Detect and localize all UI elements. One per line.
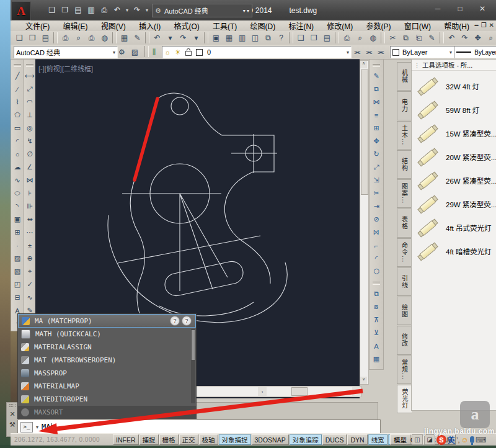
preview-icon-2[interactable]: ⌕ [353,32,366,45]
palette-item-59w-8ft-lamp[interactable]: 59W 8ft 灯 [412,98,496,122]
send-to-back-icon[interactable]: ⧇ [371,300,382,313]
horizontal-scroll-thumb[interactable] [291,387,308,396]
drag-handle-icon[interactable] [9,404,16,407]
chevron-down-icon[interactable]: ▾ [450,50,452,55]
palette-item-20w-compact[interactable]: 20W 紧凑型荧... [412,145,496,169]
toggle-3dosnap[interactable]: 3DOSNAP [252,434,289,445]
palette-item-32w-4ft-lamp[interactable]: 32W 4ft 灯 [412,74,496,98]
palette-grip-icon[interactable]: ⋮ [414,62,420,68]
paste-icon[interactable]: ⎗ [412,32,425,45]
hatch-to-back-icon[interactable]: ▦ [371,352,382,365]
suggestion-maxsort[interactable]: MAXSORT ? ? ✚ [18,406,196,419]
palette-item-4ft-pendant[interactable]: 4ft 吊式荧光灯 [412,216,496,240]
toggle-ortho[interactable]: 正交 [179,434,198,445]
jogged-dimension-icon[interactable]: ↯ [24,135,35,148]
rotate-icon[interactable]: ↻ [371,148,382,161]
qat-undo-icon[interactable]: ↶ [112,4,123,16]
redo-dropdown[interactable]: ▾ [190,32,203,45]
suggestion-mateditoropen[interactable]: MATEDITOROPEN ? ? ✚ [18,393,196,406]
continue-dimension-icon[interactable]: ⊪ [24,200,35,213]
save-icon-2[interactable]: ▤ [321,32,334,45]
palette-item-26w-compact[interactable]: 26W 紧凑型荧... [412,169,496,192]
model-space-button[interactable]: 模型 [390,434,410,445]
menu-draw[interactable]: 绘图(D) [249,20,277,31]
window-minimize-button[interactable]: ─ [427,0,449,17]
command-input-bar[interactable]: >_ ▾ MA [17,419,381,434]
doc-close-button[interactable]: ✕ [489,22,494,29]
viewport-icon[interactable]: ▣ [210,32,223,45]
tab-mechanical[interactable]: 机械 [397,62,411,91]
new-icon-2[interactable]: ❑ [294,32,308,45]
tab-structural[interactable]: 结构 [397,150,411,179]
construction-line-icon[interactable]: ∕ [12,83,23,96]
scroll-down-icon[interactable]: ∨ [360,377,367,384]
scroll-up-icon[interactable]: ∧ [360,61,367,68]
dimension-break-icon[interactable]: ⋯ [24,226,35,239]
tab-civil[interactable]: 土木... [397,121,411,150]
explode-icon[interactable]: ⬡ [371,265,382,278]
layer-previous-icon[interactable]: ⫘ [375,46,387,58]
recent-commands-icon[interactable]: ▾ [36,424,38,430]
menu-modify[interactable]: 修改(M) [326,20,354,31]
toggle-lineweight[interactable]: 线宽 [368,434,388,445]
tab-hatches[interactable]: 图案... [397,179,411,208]
redo-icon-2[interactable]: ↷ [458,32,471,45]
layer-freeze-sun-icon[interactable]: ☀ [175,48,181,56]
toggle-osnap[interactable]: 对象捕捉 [219,434,251,445]
named-views-icon[interactable]: ▥ [236,32,249,45]
quick-view-drawings-icon[interactable]: ◪ [424,434,435,445]
tab-electrical[interactable]: 电力 [397,91,411,120]
scale-icon[interactable]: ⤢ [371,161,382,174]
move-icon[interactable]: ✥ [371,135,382,148]
expand-plus-icon[interactable]: ✚ [188,408,192,416]
qat-new-icon[interactable]: ❑ [46,4,58,16]
search-help-icon[interactable]: ? [182,316,192,326]
palette-item-15w-compact[interactable]: 15W 紧凑型荧... [412,122,496,145]
open-icon-2[interactable]: ❒ [308,32,321,45]
copy-clip-icon[interactable]: ⧉ [399,32,412,45]
layer-isolate-icon[interactable]: ⫘ [363,46,375,58]
horizontal-scrollbar[interactable]: ‹ › [195,386,361,397]
menu-format[interactable]: 格式(O) [172,20,200,31]
circle-icon[interactable]: ○ [12,148,23,161]
workspace-switcher[interactable]: ⚙ AutoCAD 经典 ▾ ▾ [152,4,252,17]
export-dwf-icon[interactable]: ◍ [98,32,111,45]
ime-language-toggle[interactable]: 英 [448,434,455,445]
stretch-icon[interactable]: ⇲ [371,174,382,187]
tab-leaders[interactable]: 引线 [397,267,411,296]
window-maximize-button[interactable]: □ [449,0,471,17]
jogged-linear-icon[interactable]: ∿ [24,291,35,304]
text-to-front-icon[interactable]: A [371,339,382,352]
break-icon[interactable]: ⊘ [371,213,382,226]
ime-keyboard-icon[interactable]: ⌨ [476,436,486,444]
vertical-scroll-thumb[interactable] [361,69,368,195]
copy-icon[interactable]: ⧉ [371,83,382,96]
qat-saveas-icon[interactable]: ▥ [86,4,97,16]
match-properties-icon[interactable]: ✎ [425,32,438,45]
radius-dimension-icon[interactable]: ◎ [24,122,35,135]
sheet-set-manager-icon[interactable]: ◫ [249,32,262,45]
menu-tools[interactable]: 工具(T) [211,20,238,31]
command-input-value[interactable]: MA [42,423,51,431]
save-icon[interactable]: ▤ [39,32,52,45]
toggle-dyn[interactable]: DYN [347,434,367,445]
publish-icon[interactable]: ⎙ [85,32,98,45]
polygon-icon[interactable]: ⬠ [12,109,23,122]
quick-dimension-icon[interactable]: ⋈ [24,174,35,187]
qat-redo-icon[interactable]: ↷ [131,4,143,16]
close-icon[interactable]: ✕ [9,411,15,418]
offset-icon[interactable]: ≡ [371,109,382,122]
toggle-snap[interactable]: 捕捉 [140,434,159,445]
menu-file[interactable]: 文件(F) [24,20,51,31]
redo-icon[interactable]: ↷ [177,32,190,45]
mirror-icon[interactable]: ⋈ [371,96,382,109]
suggestion-materialassign[interactable]: MATERIALASSIGN ? ? ✚ [18,341,196,354]
palette-title-bar[interactable]: ⋮ 工具选项板 - 所... [412,60,496,71]
spline-icon[interactable]: ∿ [12,174,23,187]
palette-item-4ft-cove[interactable]: 4ft 暗槽荧光灯 [412,240,496,263]
ellipse-icon[interactable]: ⬭ [12,187,23,200]
sogou-ime-icon[interactable]: S [436,435,446,445]
tiled-viewports-icon[interactable]: ▦ [223,32,236,45]
linear-dimension-icon[interactable]: ⟷ [24,69,35,83]
autocad-logo[interactable]: A [11,1,31,20]
